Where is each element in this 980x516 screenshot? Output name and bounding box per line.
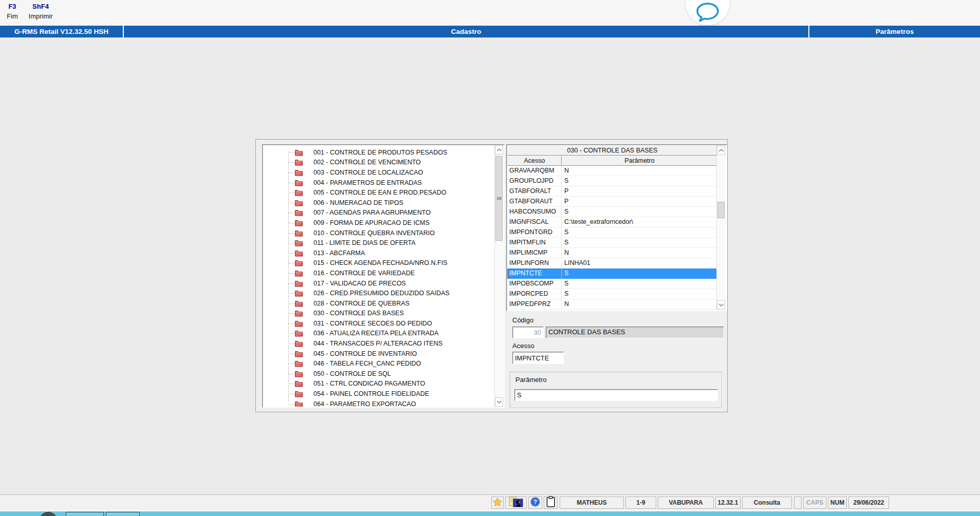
- tree-item-label: 011 - LIMITE DE DIAS DE OFERTA: [313, 239, 416, 246]
- tree-item-label: 006 - NUMERACAO DE TIPOS: [313, 199, 403, 206]
- tree-item[interactable]: 031 - CONTROLE SECOES DO PEDIDO: [263, 318, 495, 329]
- folder-icon: [294, 290, 303, 297]
- table-row[interactable]: IMPOBSCOMPS: [507, 279, 717, 289]
- table-row-selected[interactable]: IMPNTCTES: [507, 269, 717, 279]
- tree-item[interactable]: 007 - AGENDAS PARA AGRUPAMENTO: [263, 208, 495, 218]
- folder-icon: [294, 239, 303, 246]
- tree-scrollbar-thumb[interactable]: [495, 156, 503, 241]
- table-scroll-up-button[interactable]: [717, 146, 725, 155]
- table-row[interactable]: GTABFORAUTP: [507, 197, 717, 207]
- chevron-up-icon: [497, 148, 502, 151]
- table-row[interactable]: IMPITMFLINS: [507, 238, 717, 248]
- screen-title: Parâmetros: [809, 26, 980, 37]
- column-header-parametro[interactable]: Parâmetro: [562, 156, 717, 166]
- table-row[interactable]: IMPORCPEDS: [507, 289, 717, 299]
- tree-item[interactable]: 036 - ATUALIZA RECEITA PELA ENTRADA: [263, 329, 495, 339]
- imprimir-button[interactable]: ShF4 Imprimir: [25, 2, 57, 22]
- tree-item[interactable]: 026 - CRED.PRESUMIDO DEDUZIDO SAIDAS: [263, 288, 495, 298]
- table-scroll-down-button[interactable]: [717, 300, 725, 310]
- tree-item[interactable]: 051 - CTRL CONDICAO PAGAMENTO: [263, 379, 495, 389]
- tree-item-label: 026 - CRED.PRESUMIDO DEDUZIDO SAIDAS: [313, 290, 450, 297]
- table-scrollbar-thumb[interactable]: [717, 202, 725, 218]
- star-icon: [493, 498, 502, 508]
- tree-item[interactable]: 006 - NUMERACAO DE TIPOS: [263, 198, 495, 208]
- acesso-cell: IMPPEDFPRZ: [507, 299, 562, 309]
- user-session-button[interactable]: [505, 496, 527, 509]
- tree-item[interactable]: 001 - CONTROLE DE PRODUTOS PESADOS: [263, 147, 495, 158]
- status-date: 29/06/2022: [848, 496, 889, 509]
- folder-icon: [294, 360, 303, 367]
- clipboard-button[interactable]: [544, 496, 558, 509]
- parametro-cell: S: [562, 227, 717, 237]
- parameters-table: 030 - CONTROLE DAS BASES Acesso Parâmetr…: [506, 144, 727, 311]
- tree-item[interactable]: 050 - CONTROLE DE SQL: [263, 369, 495, 379]
- table-row[interactable]: IMPFONTGRDS: [507, 227, 717, 238]
- tree-item-label: 045 - CONTROLE DE INVENTARIO: [313, 350, 417, 357]
- favorites-button[interactable]: [491, 496, 504, 509]
- chat-support-button[interactable]: [685, 0, 730, 26]
- tree-item-label: 050 - CONTROLE DE SQL: [313, 370, 391, 377]
- table-row[interactable]: IMPPEDFPRZN: [507, 299, 717, 310]
- tree-item[interactable]: 064 - PARAMETRO EXPORTACAO: [263, 399, 495, 407]
- tree-item[interactable]: 011 - LIMITE DE DIAS DE OFERTA: [263, 238, 495, 248]
- folder-icon: [294, 270, 303, 277]
- codigo-input[interactable]: [512, 327, 544, 338]
- tree-item[interactable]: 004 - PARAMETROS DE ENTRADAS: [263, 178, 495, 188]
- tree-item[interactable]: 002 - CONTROLE DE VENCIMENTO: [263, 158, 495, 168]
- chevron-down-icon: [497, 400, 502, 404]
- fim-button[interactable]: F3 Fim: [3, 2, 22, 22]
- table-row[interactable]: GROUPLOJPDS: [507, 176, 717, 186]
- tree-scrollbar[interactable]: [494, 145, 504, 407]
- tree-item[interactable]: 044 - TRANSACOES P/ ALTERACAO ITENS: [263, 338, 495, 349]
- acesso-cell: GTABFORALT: [507, 186, 562, 196]
- parametro-cell: N: [562, 299, 717, 309]
- acesso-cell: IMPFONTGRD: [507, 227, 562, 237]
- tree-item[interactable]: 013 - ABCFARMA: [263, 248, 495, 258]
- acesso-cell: GTABFORAUT: [507, 197, 562, 206]
- tree-item[interactable]: 009 - FORMA DE APURACAO DE ICMS: [263, 218, 495, 228]
- table-row[interactable]: GRAVAARQBMN: [507, 166, 717, 176]
- codigo-description-field: CONTROLE DAS BASES: [546, 327, 724, 338]
- taskbar-pinned-item[interactable]: [106, 512, 140, 516]
- tree-scroll-up-button[interactable]: [495, 145, 503, 155]
- parametro-cell: S: [562, 238, 717, 247]
- folder-icon: [294, 250, 303, 257]
- folder-icon: [294, 259, 303, 266]
- table-scrollbar[interactable]: [716, 146, 726, 310]
- folder-icon: [294, 179, 303, 186]
- acesso-input[interactable]: [512, 352, 564, 364]
- column-header-acesso[interactable]: Acesso: [507, 156, 562, 166]
- table-row[interactable]: IMGNFISCALC:\teste_extraforncedor\: [507, 217, 717, 227]
- tree-item[interactable]: 054 - PAINEL CONTROLE FIDELIDADE: [263, 389, 495, 399]
- tree-item-label: 017 - VALIDACAO DE PRECOS: [313, 280, 406, 287]
- parametro-cell: N: [562, 166, 717, 176]
- taskbar-start-icon[interactable]: [39, 512, 58, 516]
- folder-tree: 001 - CONTROLE DE PRODUTOS PESADOS002 - …: [263, 145, 495, 407]
- module-title: Cadastro: [124, 26, 808, 37]
- taskbar-pinned-item[interactable]: [66, 512, 104, 516]
- tree-item[interactable]: 003 - CONTROLE DE LOCALIZACAO: [263, 167, 495, 178]
- folder-icon: [294, 370, 303, 377]
- help-button[interactable]: ?: [528, 496, 542, 509]
- table-row[interactable]: IMPLINFORNLINHA01: [507, 258, 717, 269]
- tree-item[interactable]: 017 - VALIDACAO DE PRECOS: [263, 278, 495, 289]
- tree-item[interactable]: 016 - CONTROLE DE VARIEDADE: [263, 268, 495, 278]
- table-row[interactable]: GTABFORALTP: [507, 186, 717, 197]
- parametro-cell: S: [562, 176, 717, 186]
- tree-item[interactable]: 015 - CHECK AGENDA FECHADA/NRO.N.FIS: [263, 258, 495, 269]
- parametro-input[interactable]: [514, 389, 718, 401]
- tree-item-label: 010 - CONTROLE QUEBRA INVENTARIO: [313, 230, 435, 237]
- table-row[interactable]: IMPLIMICMPN: [507, 248, 717, 258]
- title-bar: G-RMS Retail V12.32.50 HSH Cadastro Parâ…: [0, 26, 980, 37]
- table-row[interactable]: HABCONSUMOS: [507, 207, 717, 217]
- tree-scroll-down-button[interactable]: [495, 397, 503, 407]
- tree-item[interactable]: 046 - TABELA FECH_CANC PEDIDO: [263, 358, 495, 369]
- app-title: G-RMS Retail V12.32.50 HSH: [0, 26, 123, 37]
- tree-item[interactable]: 030 - CONTROLE DAS BASES: [263, 309, 495, 319]
- tree-item[interactable]: 028 - CONTROLE DE QUEBRAS: [263, 298, 495, 309]
- folder-icon: [294, 149, 303, 156]
- tree-item[interactable]: 010 - CONTROLE QUEBRA INVENTARIO: [263, 228, 495, 238]
- tree-item[interactable]: 005 - CONTROLE DE EAN E PROD.PESADO: [263, 187, 495, 198]
- folder-icon: [294, 209, 303, 216]
- tree-item[interactable]: 045 - CONTROLE DE INVENTARIO: [263, 349, 495, 359]
